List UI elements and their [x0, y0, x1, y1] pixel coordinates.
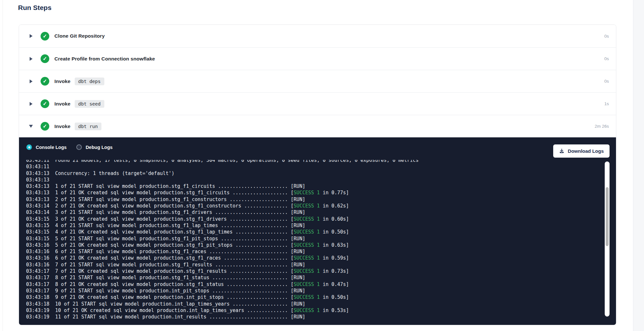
- success-check-icon: ✓: [41, 99, 49, 108]
- log-lines: 03:43:11 Found 21 models, 17 tests, 0 sn…: [26, 160, 602, 320]
- console-panel: Console Logs Debug Logs Download Logs: [19, 137, 616, 325]
- step-row[interactable]: ✓Invokedbt seed1s: [19, 92, 616, 115]
- chevron-right-icon[interactable]: [29, 34, 33, 38]
- success-check-icon: ✓: [41, 122, 49, 131]
- steps-list: ✓Clone Git Repository0s✓Create Profile f…: [19, 25, 616, 137]
- command-chip: dbt run: [75, 123, 101, 130]
- step-label: Invoke: [54, 101, 71, 107]
- debug-logs-label: Debug Logs: [86, 145, 113, 150]
- log-line: 03:43:14 3 of 21 START sql view model pr…: [26, 209, 602, 216]
- log-line: 03:43:14 2 of 21 OK created sql view mod…: [26, 203, 602, 209]
- log-line: 03:43:17 8 of 21 OK created sql view mod…: [26, 281, 602, 288]
- debug-logs-radio[interactable]: Debug Logs: [76, 144, 113, 150]
- radio-selected-icon[interactable]: [26, 144, 32, 150]
- step-label: Invoke: [54, 78, 71, 84]
- step-duration: 1s: [604, 101, 609, 106]
- log-line: 03:43:11 Found 21 models, 17 tests, 0 sn…: [26, 160, 602, 163]
- log-line: 03:43:13 1 of 21 START sql view model pr…: [26, 183, 602, 189]
- step-row[interactable]: ✓Invokedbt deps0s: [19, 70, 616, 92]
- command-chip: dbt deps: [75, 78, 104, 85]
- log-line: 03:43:15 3 of 21 OK created sql view mod…: [26, 216, 602, 222]
- log-line: 03:43:17 7 of 21 OK created sql view mod…: [26, 268, 602, 274]
- log-line: 03:43:13 1 of 21 OK created sql view mod…: [26, 189, 602, 196]
- chevron-right-icon[interactable]: [29, 79, 33, 83]
- log-line: 03:43:13 Concurrency: 1 threads (target=…: [26, 170, 602, 177]
- log-line: 03:43:15 4 of 21 START sql view model pr…: [26, 222, 602, 229]
- run-steps-page: Run Steps ✓Clone Git Repository0s✓Create…: [0, 0, 644, 331]
- log-line: 03:43:19 11 of 21 START sql view model p…: [26, 314, 602, 320]
- log-line: 03:43:18 9 of 21 OK created sql view mod…: [26, 294, 602, 300]
- step-duration: 2m 26s: [595, 124, 609, 129]
- log-line: 03:43:19 10 of 21 OK created sql view mo…: [26, 307, 602, 314]
- log-type-radio-group: Console Logs Debug Logs: [26, 144, 113, 150]
- log-line: 03:43:13 2 of 21 START sql view model pr…: [26, 196, 602, 203]
- log-line: 03:43:15 4 of 21 OK created sql view mod…: [26, 229, 602, 235]
- step-label: Invoke: [54, 124, 71, 129]
- chevron-right-icon[interactable]: [29, 57, 33, 61]
- success-check-icon: ✓: [41, 77, 49, 86]
- log-line: 03:43:17 9 of 21 START sql view model pr…: [26, 288, 602, 294]
- chevron-right-icon[interactable]: [29, 102, 33, 106]
- log-line: 03:43:16 6 of 21 OK created sql view mod…: [26, 255, 602, 261]
- log-line: 03:43:16 5 of 21 OK created sql view mod…: [26, 242, 602, 248]
- step-label: Clone Git Repository: [54, 33, 105, 39]
- log-line: 03:43:16 6 of 21 START sql view model pr…: [26, 248, 602, 255]
- log-line: 03:43:16 7 of 21 START sql view model pr…: [26, 262, 602, 268]
- step-duration: 0s: [604, 56, 609, 61]
- radio-unselected-icon[interactable]: [76, 144, 82, 150]
- step-duration: 0s: [604, 79, 609, 84]
- console-logs-radio[interactable]: Console Logs: [26, 144, 67, 150]
- command-chip: dbt seed: [75, 100, 104, 108]
- console-log-output[interactable]: 03:43:11 Found 21 models, 17 tests, 0 sn…: [26, 160, 602, 322]
- log-line: 03:43:15 5 of 21 START sql view model pr…: [26, 235, 602, 242]
- success-check-icon: ✓: [41, 54, 49, 63]
- chevron-down-icon[interactable]: [29, 125, 33, 128]
- step-label: Create Profile from Connection snowflake: [54, 56, 155, 62]
- run-steps-card: ✓Clone Git Repository0s✓Create Profile f…: [19, 24, 616, 325]
- right-gutter: [633, 0, 644, 331]
- log-line: 03:43:11: [26, 163, 602, 170]
- download-logs-button[interactable]: Download Logs: [553, 144, 610, 158]
- step-row[interactable]: ✓Invokedbt run2m 26s: [19, 115, 616, 137]
- console-scrollbar-thumb[interactable]: [606, 187, 609, 246]
- log-line: 03:43:17 8 of 21 START sql view model pr…: [26, 274, 602, 281]
- step-row[interactable]: ✓Clone Git Repository0s: [19, 25, 616, 47]
- success-check-icon: ✓: [41, 32, 49, 41]
- left-divider: [3, 0, 3, 331]
- step-duration: 0s: [604, 34, 609, 39]
- log-line: 03:43:18 10 of 21 START sql view model p…: [26, 301, 602, 307]
- step-row[interactable]: ✓Create Profile from Connection snowflak…: [19, 47, 616, 70]
- console-logs-label: Console Logs: [36, 145, 67, 150]
- page-title: Run Steps: [18, 4, 52, 12]
- log-line: 03:43:13: [26, 177, 602, 183]
- download-icon: [559, 148, 564, 154]
- console-scrollbar-track[interactable]: [605, 161, 610, 317]
- download-logs-label: Download Logs: [568, 148, 604, 154]
